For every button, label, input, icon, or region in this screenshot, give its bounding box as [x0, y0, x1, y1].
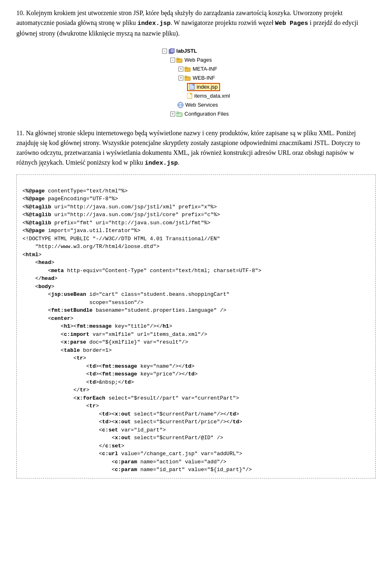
- tree-row-labjstl: − labJSTL: [162, 47, 230, 56]
- expand-config-icon[interactable]: +: [170, 112, 175, 116]
- expand-web-inf-icon[interactable]: +: [178, 76, 183, 80]
- tree-row-config-files: + Configuration Files: [162, 109, 230, 118]
- code-line-33: </c:set>: [22, 443, 125, 449]
- svg-rect-10: [187, 93, 192, 98]
- code-line-3: <%@taglib uri="http://java.sun.com/jsp/j…: [22, 204, 217, 210]
- tree-row-web-services: Web Services: [162, 101, 230, 109]
- tree-row-web-pages: − Web Pages: [162, 56, 230, 65]
- code-line-30: <td><x:out select="$currentPart/price"/>…: [22, 419, 242, 425]
- code-line-18: <h1><fmt:message key="title"/></h1>: [22, 323, 172, 329]
- code-line-2: <%@page pageEncoding="UTF-8"%>: [22, 196, 118, 202]
- code-line-27: <x:forEach select="$result//part" var="c…: [22, 395, 239, 401]
- code-line-32: <x:out select="$currentPart/@ID" />: [22, 435, 223, 441]
- code-line-15: scope="session"/>: [22, 299, 143, 306]
- index-jsp-label: index.jsp: [197, 84, 218, 90]
- section-11-paragraph: 11. Na głównej stronie sklepu internetow…: [16, 128, 376, 168]
- tree-row-meta-inf: + META-INF: [162, 65, 230, 74]
- code-line-21: <table border=1>: [22, 347, 111, 353]
- config-folder-icon: [176, 111, 183, 117]
- project-tree: − labJSTL − Web Pages + META-INF: [162, 47, 230, 118]
- svg-rect-5: [185, 67, 187, 69]
- expand-labjstl-icon[interactable]: −: [162, 49, 167, 54]
- folder-web-inf-icon: [185, 75, 191, 81]
- code-line-26: </tr>: [22, 387, 89, 393]
- section-10-text-2: . W nawigatorze projektu rozwiń węzeł: [171, 19, 275, 26]
- xml-file-icon: [187, 93, 193, 99]
- code-line-4: <%@taglib uri="http://java.sun.com/jsp/j…: [22, 212, 220, 218]
- svg-rect-1: [170, 49, 174, 53]
- code-line-31: <c:set var="id_part">: [22, 427, 166, 433]
- code-line-6: <%@page import="java.util.Iterator"%>: [22, 228, 140, 234]
- section-11-code-1: index.jsp: [145, 160, 178, 167]
- code-line-36: <c:param name="id_part" value="${id_part…: [22, 467, 252, 473]
- code-line-17: <center>: [22, 315, 74, 322]
- folder-meta-inf-icon: [185, 66, 191, 72]
- code-line-12: </head>: [22, 275, 58, 282]
- svg-rect-8: [189, 84, 194, 89]
- code-line-7: <!DOCTYPE HTML PUBLIC "-//W3C//DTD HTML …: [22, 236, 220, 242]
- code-line-25: <td>&nbsp;</td>: [22, 379, 134, 385]
- web-services-label: Web Services: [185, 102, 218, 108]
- labjstl-label: labJSTL: [176, 48, 197, 54]
- code-line-8: "http://www.w3.org/TR/html4/loose.dtd">: [22, 244, 159, 250]
- tree-row-items-data-xml: items_data.xml: [162, 92, 230, 101]
- expand-meta-inf-icon[interactable]: +: [178, 67, 183, 72]
- webservices-icon: [177, 102, 184, 108]
- section-10-code-2: Web Pages: [275, 20, 308, 27]
- svg-rect-7: [185, 76, 187, 78]
- expand-webpages-icon[interactable]: −: [170, 58, 175, 63]
- svg-rect-16: [176, 112, 179, 114]
- index-jsp-highlight: index.jsp: [187, 83, 220, 91]
- code-line-9: <html>: [22, 252, 42, 258]
- jsp-file-icon: [189, 84, 195, 90]
- svg-rect-3: [176, 58, 179, 60]
- code-line-28: <tr>: [22, 403, 99, 409]
- section-11-text-1: Na głównej stronie sklepu internetowego …: [16, 130, 360, 166]
- items-data-xml-label: items_data.xml: [194, 93, 230, 99]
- project-icon: [168, 48, 175, 54]
- code-line-24: <td><fmt:message key="price"/></td>: [22, 371, 198, 377]
- code-line-1: <%@page contentType="text/html"%>: [22, 188, 127, 194]
- code-line-34: <c:url value="/change_cart.jsp" var="add…: [22, 451, 242, 457]
- code-line-11: <meta http-equiv="Content-Type" content=…: [22, 268, 261, 274]
- web-inf-label: WEB-INF: [193, 75, 215, 81]
- configuration-files-label: Configuration Files: [185, 111, 229, 117]
- code-line-10: <head>: [22, 259, 54, 266]
- code-line-29: <td><x:out select="$currentPart/name"/><…: [22, 411, 239, 417]
- code-line-22: <tr>: [22, 355, 86, 361]
- code-line-14: <jsp:useBean id="cart" class="student.be…: [22, 291, 229, 297]
- tree-row-index-jsp[interactable]: index.jsp: [162, 83, 230, 92]
- code-line-19: <c:import var="xmlfile" url="items_data.…: [22, 331, 207, 337]
- section-11-number: 11.: [16, 130, 24, 136]
- code-line-23: <td><fmt:message key="name"/></td>: [22, 363, 194, 369]
- code-line-16: <fmt:setBundle basename="student.propert…: [22, 307, 226, 313]
- meta-inf-label: META-INF: [193, 66, 217, 72]
- section-10-code-1: index.jsp: [138, 20, 171, 27]
- code-line-35: <c:param name="action" value="add"/>: [22, 459, 226, 465]
- section-10-paragraph: 10. Kolejnym krokiem jest utworzenie str…: [16, 8, 376, 38]
- folder-webpages-icon: [176, 57, 183, 63]
- tree-row-web-inf: + WEB-INF: [162, 74, 230, 83]
- project-tree-container: − labJSTL − Web Pages + META-INF: [16, 47, 376, 118]
- code-line-20: <x:parse doc="${xmlfile}" var="result"/>: [22, 339, 188, 345]
- section-11-text-2: .: [178, 159, 180, 166]
- web-pages-label: Web Pages: [185, 57, 212, 63]
- code-block: <%@page contentType="text/html"%> <%@pag…: [16, 174, 376, 478]
- code-line-5: <%@taglib prefix="fmt" uri="http://java.…: [22, 220, 210, 226]
- code-line-13: <body>: [22, 284, 54, 290]
